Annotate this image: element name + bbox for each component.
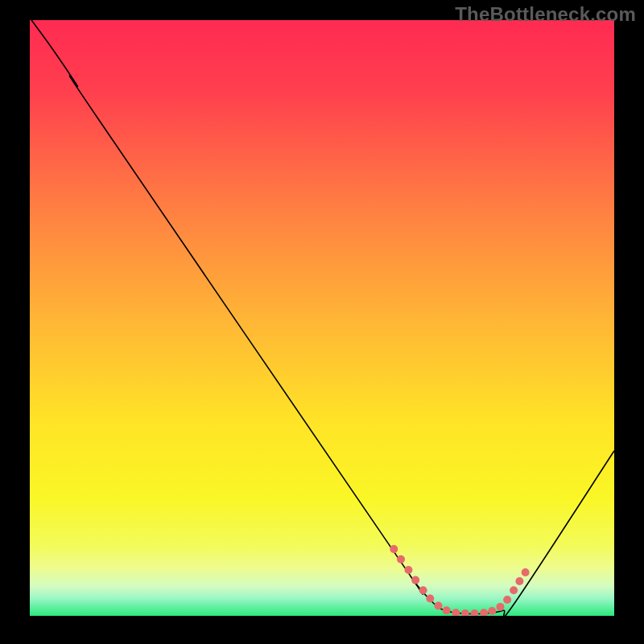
optimal-marker: [488, 607, 496, 615]
optimal-marker: [397, 555, 405, 564]
optimal-marker: [515, 577, 523, 585]
optimal-marker: [510, 586, 518, 594]
optimal-marker: [419, 586, 427, 594]
optimal-marker: [443, 606, 451, 614]
chart-container: TheBottleneck.com: [0, 0, 644, 644]
optimal-marker: [434, 601, 442, 609]
optimal-marker: [404, 566, 412, 574]
optimal-marker: [390, 545, 398, 553]
plot-area: [30, 20, 614, 616]
optimal-marker: [503, 596, 511, 604]
optimal-marker: [411, 576, 419, 584]
chart-svg: [30, 20, 614, 616]
optimal-marker: [522, 568, 530, 576]
gradient-background: [30, 20, 614, 616]
optimal-marker: [496, 603, 504, 611]
optimal-marker: [426, 595, 434, 603]
watermark-text: TheBottleneck.com: [455, 3, 636, 26]
